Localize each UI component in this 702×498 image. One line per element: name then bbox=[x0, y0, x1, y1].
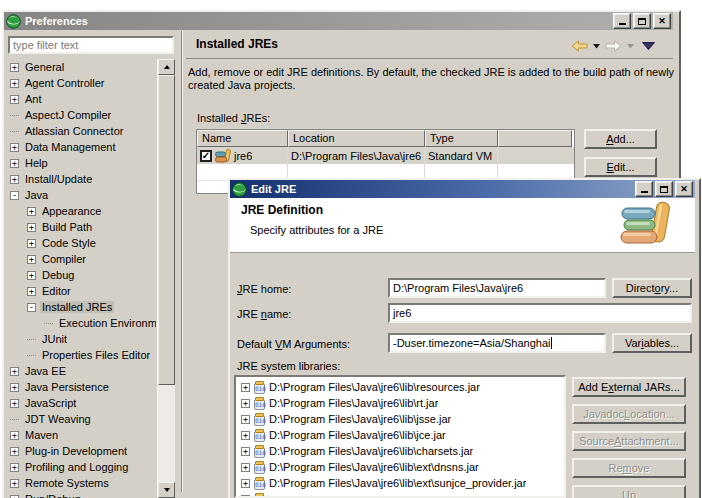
column-header-type[interactable]: Type bbox=[425, 130, 498, 147]
tree-item-compiler[interactable]: +Compiler bbox=[6, 251, 156, 267]
scrollbar-thumb[interactable] bbox=[158, 75, 175, 385]
library-row[interactable]: +D:\Program Files\Java\jre6\lib\resource… bbox=[236, 379, 564, 395]
tree-item-agent-controller[interactable]: +Agent Controller bbox=[6, 75, 156, 91]
expand-icon[interactable]: + bbox=[10, 159, 19, 168]
tree-item-profiling-and-logging[interactable]: +Profiling and Logging bbox=[6, 459, 156, 475]
expand-icon[interactable]: + bbox=[27, 239, 36, 248]
variables-button[interactable]: Variables... bbox=[612, 333, 692, 353]
expand-icon[interactable]: + bbox=[10, 479, 19, 488]
expand-icon[interactable]: + bbox=[241, 495, 250, 498]
expand-icon[interactable]: + bbox=[10, 495, 19, 498]
tree-item-java-ee[interactable]: +Java EE bbox=[6, 363, 156, 379]
minimize-button[interactable] bbox=[635, 181, 653, 197]
expand-icon[interactable]: + bbox=[10, 447, 19, 456]
tree-item-java[interactable]: -Java bbox=[6, 187, 156, 203]
tree-item-run-debug[interactable]: +Run/Debug bbox=[6, 491, 156, 498]
expand-icon[interactable]: + bbox=[10, 79, 19, 88]
tree-item-java-persistence[interactable]: +Java Persistence bbox=[6, 379, 156, 395]
tree-item-aspectj-compiler[interactable]: AspectJ Compiler bbox=[6, 107, 156, 123]
jre-checkbox[interactable] bbox=[200, 150, 212, 162]
expand-icon[interactable]: + bbox=[10, 95, 19, 104]
directory-button[interactable]: Directory... bbox=[612, 278, 692, 298]
tree-item-remote-systems[interactable]: +Remote Systems bbox=[6, 475, 156, 491]
expand-icon[interactable]: + bbox=[10, 463, 19, 472]
tree-item-data-management[interactable]: +Data Management bbox=[6, 139, 156, 155]
library-row[interactable]: +D:\Program Files\Java\jre6\lib\ext\dnsn… bbox=[236, 459, 564, 475]
tree-item-appearance[interactable]: +Appearance bbox=[6, 203, 156, 219]
forward-menu-icon[interactable] bbox=[627, 44, 634, 49]
library-row[interactable]: +D:\Program Files\Java\jre6\lib\ext\sunj… bbox=[236, 475, 564, 491]
add-jre-button[interactable]: Add... bbox=[584, 129, 657, 149]
tree-item-general[interactable]: +General bbox=[6, 59, 156, 75]
tree-scrollbar[interactable] bbox=[157, 59, 175, 498]
library-row[interactable]: +D:\Program Files\Java\jre6\lib\jsse.jar bbox=[236, 411, 564, 427]
tree-item-plug-in-development[interactable]: +Plug-in Development bbox=[6, 443, 156, 459]
expand-icon[interactable]: + bbox=[10, 143, 19, 152]
tree-item-ant[interactable]: +Ant bbox=[6, 91, 156, 107]
column-header-name[interactable]: Name bbox=[197, 130, 288, 147]
minimize-button[interactable] bbox=[613, 13, 631, 29]
collapse-icon[interactable]: - bbox=[27, 303, 36, 312]
expand-icon[interactable]: + bbox=[10, 175, 19, 184]
forward-arrow-icon[interactable] bbox=[605, 40, 622, 52]
add-external-jars-button[interactable]: Add External JARs... bbox=[572, 377, 686, 397]
tree-item-code-style[interactable]: +Code Style bbox=[6, 235, 156, 251]
back-arrow-icon[interactable] bbox=[571, 40, 588, 52]
expand-icon[interactable]: + bbox=[241, 383, 250, 392]
edit-jre-titlebar[interactable]: Edit JRE bbox=[230, 180, 695, 198]
tree-item-install-update[interactable]: +Install/Update bbox=[6, 171, 156, 187]
table-row[interactable]: jre6 D:\Program Files\Java\jre6 Standard… bbox=[197, 147, 574, 164]
scroll-up-button[interactable] bbox=[158, 59, 175, 75]
expand-icon[interactable]: + bbox=[10, 367, 19, 376]
maximize-button[interactable] bbox=[655, 181, 673, 197]
library-row[interactable]: +D:\Program Files\Java\jre6\lib\jce.jar bbox=[236, 427, 564, 443]
tree-item-help[interactable]: +Help bbox=[6, 155, 156, 171]
tree-item-debug[interactable]: +Debug bbox=[6, 267, 156, 283]
library-row[interactable]: +D:\Program Files\Java\jre6\lib\charsets… bbox=[236, 443, 564, 459]
expand-icon[interactable]: + bbox=[10, 399, 19, 408]
jre-home-input[interactable]: D:\Program Files\Java\jre6 bbox=[388, 278, 606, 298]
expand-icon[interactable]: + bbox=[27, 255, 36, 264]
collapse-icon[interactable]: - bbox=[10, 191, 19, 200]
library-row[interactable]: +D:\Program Files\Java\jre6\lib\rt.jar bbox=[236, 395, 564, 411]
column-header-empty[interactable] bbox=[498, 130, 572, 147]
expand-icon[interactable]: + bbox=[10, 63, 19, 72]
tree-item-javascript[interactable]: +JavaScript bbox=[6, 395, 156, 411]
expand-icon[interactable]: + bbox=[27, 271, 36, 280]
tree-item-build-path[interactable]: +Build Path bbox=[6, 219, 156, 235]
column-header-location[interactable]: Location bbox=[288, 130, 425, 147]
maximize-button[interactable] bbox=[633, 13, 651, 29]
expand-icon[interactable]: + bbox=[27, 223, 36, 232]
eclipse-app-icon[interactable] bbox=[232, 182, 247, 197]
tree-item-junit[interactable]: JUnit bbox=[6, 331, 156, 347]
expand-icon[interactable]: + bbox=[241, 447, 250, 456]
view-menu-icon[interactable] bbox=[642, 42, 655, 50]
preferences-titlebar[interactable]: Preferences bbox=[4, 12, 673, 30]
scroll-down-button[interactable] bbox=[158, 482, 175, 498]
close-button[interactable] bbox=[653, 13, 671, 29]
edit-jre-button[interactable]: Edit... bbox=[584, 157, 657, 177]
expand-icon[interactable]: + bbox=[241, 463, 250, 472]
tree-item-installed-jres[interactable]: -Installed JREs bbox=[6, 299, 156, 315]
vm-arguments-input[interactable]: -Duser.timezone=Asia/Shanghai bbox=[388, 333, 606, 353]
tree-item-execution-environm[interactable]: Execution Environm bbox=[6, 315, 156, 331]
expand-icon[interactable]: + bbox=[10, 383, 19, 392]
tree-item-editor[interactable]: +Editor bbox=[6, 283, 156, 299]
expand-icon[interactable]: + bbox=[241, 431, 250, 440]
expand-icon[interactable]: + bbox=[27, 287, 36, 296]
filter-input[interactable] bbox=[8, 36, 174, 54]
close-button[interactable] bbox=[675, 181, 693, 197]
jre-name-input[interactable]: jre6 bbox=[388, 303, 692, 323]
expand-icon[interactable]: + bbox=[241, 399, 250, 408]
library-row-partial[interactable]: + bbox=[236, 491, 564, 498]
expand-icon[interactable]: + bbox=[241, 479, 250, 488]
tree-item-maven[interactable]: +Maven bbox=[6, 427, 156, 443]
back-menu-icon[interactable] bbox=[593, 44, 600, 49]
tree-item-atlassian-connector[interactable]: Atlassian Connector bbox=[6, 123, 156, 139]
expand-icon[interactable]: + bbox=[241, 415, 250, 424]
expand-icon[interactable]: + bbox=[10, 431, 19, 440]
tree-item-properties-files-editor[interactable]: Properties Files Editor bbox=[6, 347, 156, 363]
expand-icon[interactable]: + bbox=[27, 207, 36, 216]
tree-item-jdt-weaving[interactable]: JDT Weaving bbox=[6, 411, 156, 427]
eclipse-app-icon[interactable] bbox=[6, 14, 21, 29]
